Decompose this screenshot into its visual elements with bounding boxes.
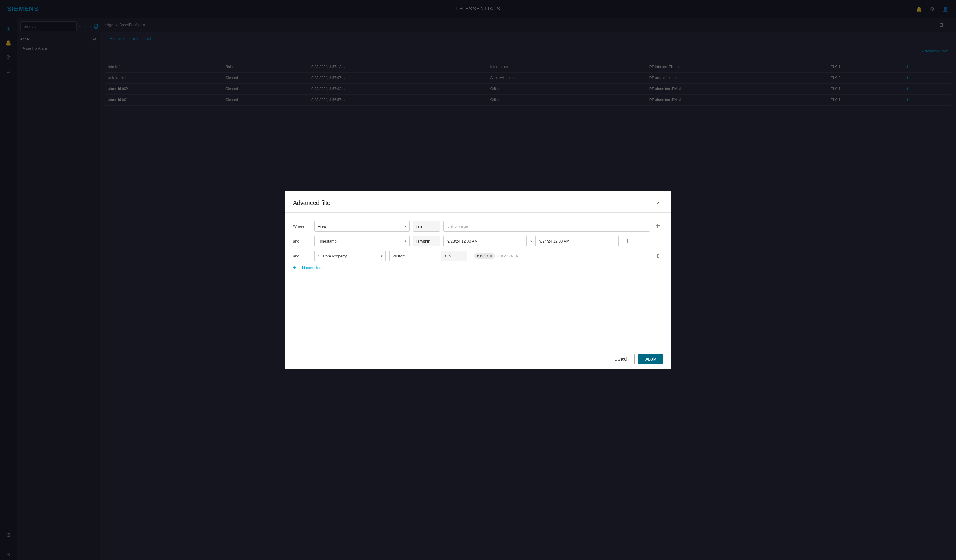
tag-value-placeholder: List of value	[497, 254, 518, 258]
advanced-filter-modal: Advanced filter × Where Area ▾ is in Lis…	[285, 191, 671, 369]
custom-property-field-label: Custom Property	[318, 254, 347, 258]
filter-value-placeholder: List of value	[447, 224, 468, 229]
custom-text-value: custom	[393, 254, 406, 258]
chevron-down-icon: ▾	[381, 254, 382, 258]
modal-title: Advanced filter	[293, 199, 332, 206]
filter-label-where: Where	[293, 224, 311, 229]
modal-close-button[interactable]: ×	[654, 198, 663, 207]
modal-header: Advanced filter ×	[285, 191, 671, 213]
chevron-down-icon: ▾	[404, 239, 406, 243]
modal-footer: Cancel Apply	[285, 349, 671, 369]
filter-value-with-tag[interactable]: custom ✕ List of value	[471, 251, 650, 261]
filter-operator-is-in: is in	[413, 221, 440, 232]
filter-label-and-1: and	[293, 239, 311, 243]
filter-row-2: and Timestamp ▾ is within 9/23/24 12:00 …	[293, 236, 663, 246]
filter-row-3: and Custom Property ▾ custom is in custo…	[293, 251, 663, 261]
filter-row-2-delete-button[interactable]: 🗑	[622, 236, 632, 246]
filter-field-area-select[interactable]: Area ▾	[314, 221, 410, 232]
filter-value-list[interactable]: List of value	[443, 221, 650, 232]
filter-field-custom-property-select[interactable]: Custom Property ▾	[314, 251, 386, 261]
add-condition-plus-icon: +	[293, 265, 296, 270]
filter-row-1: Where Area ▾ is in List of value 🗑	[293, 221, 663, 232]
filter-row-1-delete-button[interactable]: 🗑	[654, 221, 663, 231]
filter-label-and-2: and	[293, 254, 311, 258]
date-range-arrow-icon: ›	[530, 239, 532, 243]
apply-button[interactable]: Apply	[638, 354, 663, 364]
add-condition-label: add condition	[299, 265, 322, 270]
filter-operator-is-in-3: is in	[440, 251, 467, 261]
filter-rows: Where Area ▾ is in List of value 🗑 and T…	[293, 221, 663, 261]
timestamp-field-label: Timestamp	[318, 239, 337, 243]
modal-body: Where Area ▾ is in List of value 🗑 and T…	[285, 213, 671, 349]
filter-row-3-delete-button[interactable]: 🗑	[654, 251, 663, 261]
tag-label: custom	[477, 254, 489, 258]
filter-field-timestamp-select[interactable]: Timestamp ▾	[314, 236, 410, 246]
custom-tag: custom ✕	[474, 253, 495, 259]
tag-close-icon[interactable]: ✕	[490, 254, 492, 258]
filter-date-start[interactable]: 9/23/24 12:00 AM	[443, 236, 527, 246]
add-condition-button[interactable]: + add condition	[293, 264, 663, 271]
area-field-label: Area	[318, 224, 326, 229]
custom-property-text-input[interactable]: custom	[389, 251, 437, 261]
date-end-value: 9/24/24 12:00 AM	[539, 239, 569, 243]
filter-operator-is-within: is within	[413, 236, 440, 246]
cancel-button[interactable]: Cancel	[607, 354, 635, 364]
date-start-value: 9/23/24 12:00 AM	[447, 239, 478, 243]
chevron-down-icon: ▾	[404, 224, 406, 228]
filter-date-end[interactable]: 9/24/24 12:00 AM	[535, 236, 619, 246]
